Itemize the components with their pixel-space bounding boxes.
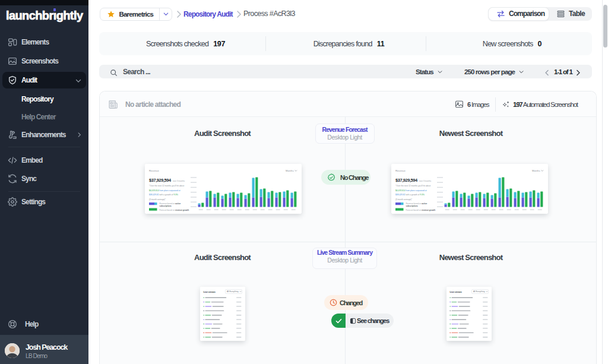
- svg-text:subscriptions: subscriptions: [160, 205, 172, 207]
- svg-text:subscriptions: subscriptions: [406, 205, 419, 207]
- svg-text:Revenue: Revenue: [395, 169, 406, 172]
- svg-text:Months: Months: [286, 169, 294, 172]
- svg-text:"Over the next 12 months you'l: "Over the next 12 months you'll hit abou…: [149, 185, 184, 187]
- svg-text:$4,059,614 from plans surpasse: $4,059,614 from plans surpassed at: [149, 189, 180, 192]
- svg-text:Live stream: Live stream: [204, 290, 216, 293]
- svg-text:$37,929,594: $37,929,594: [149, 178, 172, 183]
- svg-text:$37,929,594: $37,929,594: [395, 178, 418, 183]
- svg-text:"Over the next 12 months you'l: "Over the next 12 months you'll hit abou…: [395, 185, 430, 187]
- svg-text:(3 month average)": (3 month average)": [149, 198, 166, 201]
- svg-text:$4,059,614 from plans surpasse: $4,059,614 from plans surpassed at: [395, 189, 427, 192]
- svg-text:Forecast based on revenue grow: Forecast based on revenue growth: [160, 209, 189, 211]
- svg-text:Revenue: Revenue: [149, 169, 159, 172]
- svg-text:(3 month average)": (3 month average)": [395, 198, 413, 201]
- svg-text:next 3 months: next 3 months: [419, 180, 431, 182]
- svg-text:next 3 months: next 3 months: [173, 180, 185, 182]
- svg-text:Forecast based on revenue grow: Forecast based on revenue growth: [406, 209, 436, 211]
- svg-text:All Everything: All Everything: [473, 290, 485, 293]
- svg-text:$38,429,82 with a growth of 9.: $38,429,82 with a growth of 9.3%: [149, 194, 178, 196]
- svg-text:All Everything: All Everything: [227, 290, 239, 293]
- svg-text:$38,429,82 with a growth of 9.: $38,429,82 with a growth of 9.3%: [395, 194, 425, 196]
- svg-text:Months: Months: [532, 169, 540, 172]
- svg-text:Live stream: Live stream: [450, 290, 463, 293]
